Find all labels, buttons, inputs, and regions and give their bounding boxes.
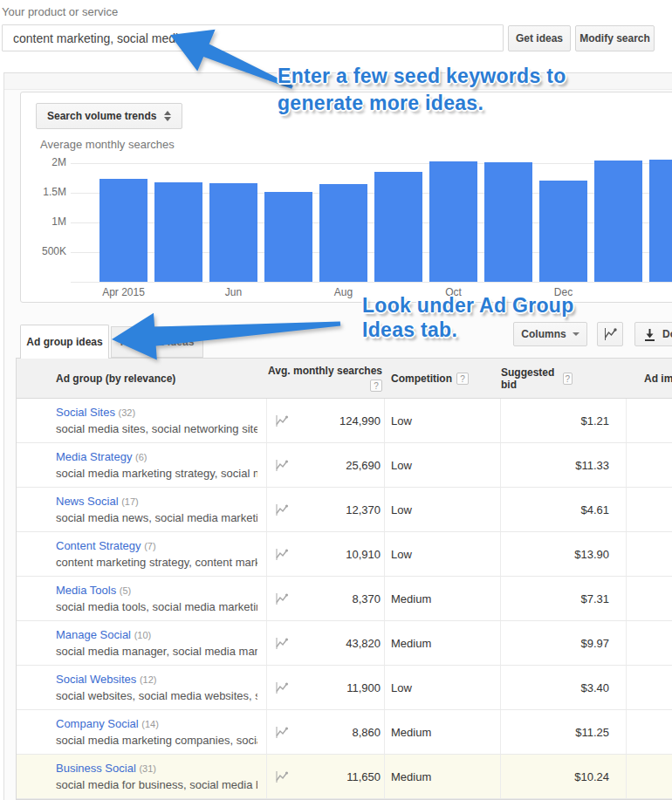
competition-value: Medium — [385, 621, 501, 665]
sparkline-icon[interactable] — [274, 769, 289, 784]
chart-bar — [539, 181, 587, 282]
ad-group-link[interactable]: Content Strategy — [56, 539, 141, 552]
searches-cell: 8,860 — [267, 710, 385, 754]
sort-arrows-icon — [164, 111, 171, 121]
chart-bar — [484, 162, 532, 282]
avg-monthly-searches-value: 11,900 — [289, 681, 384, 694]
help-icon[interactable] — [370, 379, 382, 392]
search-volume-trends-dropdown[interactable]: Search volume trends — [36, 103, 182, 129]
table-row[interactable]: Media Strategy (6) social media marketin… — [17, 443, 672, 488]
chart-gridline — [71, 163, 672, 164]
ad-impr-cell — [627, 710, 672, 754]
ad-group-link[interactable]: Social Websites — [56, 673, 136, 686]
ad-impr-cell — [627, 443, 672, 487]
sparkline-icon[interactable] — [274, 636, 289, 651]
ad-group-cell: Content Strategy (7) content marketing s… — [17, 532, 267, 576]
ad-group-link[interactable]: Social Sites — [56, 406, 115, 419]
avg-monthly-searches-value: 43,820 — [289, 637, 384, 650]
searches-cell: 43,820 — [267, 621, 385, 665]
download-button[interactable]: Download — [634, 322, 672, 346]
sparkline-icon[interactable] — [274, 547, 289, 562]
modify-search-button[interactable]: Modify search — [575, 25, 655, 51]
ad-group-keywords: social websites, social media websites, … — [56, 689, 257, 702]
tab-keyword-ideas[interactable]: Keyword ideas — [111, 326, 203, 358]
avg-monthly-searches-value: 8,370 — [289, 592, 384, 605]
sparkline-icon[interactable] — [274, 725, 289, 740]
ad-group-cell: Social Websites (12) social websites, so… — [17, 666, 267, 709]
ad-impr-cell — [627, 755, 672, 798]
annotation-line: Look under Ad Group — [362, 293, 574, 318]
chart-title: Average monthly searches — [40, 138, 175, 151]
chart-bar — [594, 161, 642, 282]
ad-group-cell: Social Sites (32) social media sites, so… — [17, 399, 267, 442]
get-ideas-button[interactable]: Get ideas — [508, 25, 571, 51]
table-row[interactable]: Manage Social (10) social media manager,… — [17, 621, 672, 666]
ad-group-keywords: social media manager, social media manag… — [56, 645, 257, 658]
header-competition[interactable]: Competition — [385, 359, 501, 398]
ad-group-link[interactable]: News Social — [56, 495, 119, 508]
table-row[interactable]: Social Websites (12) social websites, so… — [17, 666, 672, 710]
sparkline-icon[interactable] — [274, 680, 289, 695]
ad-group-link[interactable]: Media Tools — [56, 584, 116, 597]
ad-group-link[interactable]: Media Strategy — [56, 450, 132, 463]
header-competition-label: Competition — [391, 373, 452, 385]
ad-group-cell: News Social (17) social media news, soci… — [17, 488, 267, 531]
header-ad-impr[interactable]: Ad imp — [627, 359, 672, 398]
sparkline-icon[interactable] — [274, 503, 289, 517]
table-row[interactable]: Company Social (14) social media marketi… — [17, 710, 672, 755]
ad-group-keywords: content marketing strategy, content mark… — [56, 556, 257, 569]
tab-ad-group-ideas[interactable]: Ad group ideas — [20, 325, 109, 359]
ad-group-count: (17) — [121, 496, 139, 507]
header-ad-group[interactable]: Ad group (by relevance) — [17, 359, 267, 398]
header-suggested-bid[interactable]: Suggested bid — [501, 359, 627, 398]
searches-cell: 11,650 — [267, 755, 385, 798]
ad-impr-cell — [627, 488, 672, 531]
searches-cell: 25,690 — [267, 443, 385, 487]
searches-cell: 11,900 — [267, 666, 385, 709]
ad-group-count: (14) — [141, 719, 159, 729]
suggested-bid-value: $1.21 — [501, 399, 627, 442]
table-row[interactable]: Social Sites (32) social media sites, so… — [17, 399, 672, 443]
chart-bar — [649, 160, 672, 282]
help-icon[interactable] — [563, 373, 573, 385]
chart-bar — [319, 184, 367, 282]
ad-group-count: (31) — [139, 763, 156, 774]
keyword-planner-page: Your product or service Get ideas Modify… — [0, 0, 672, 800]
avg-monthly-searches-value: 25,690 — [289, 459, 384, 472]
download-icon — [644, 328, 655, 341]
chart-bar — [154, 182, 202, 282]
competition-value: Low — [385, 666, 501, 709]
chart-bar — [264, 192, 312, 282]
ad-group-cell: Company Social (14) social media marketi… — [17, 710, 267, 754]
table-row[interactable]: Media Tools (5) social media tools, soci… — [17, 577, 672, 621]
search-volume-panel: Search volume trends Average monthly sea… — [20, 92, 672, 303]
chart-bar — [429, 161, 477, 282]
sparkline-icon[interactable] — [274, 414, 289, 428]
help-icon[interactable] — [456, 373, 469, 385]
keywords-input[interactable] — [2, 24, 504, 51]
chart-view-button[interactable] — [597, 322, 623, 346]
ad-group-link[interactable]: Business Social — [56, 762, 136, 775]
sparkline-icon[interactable] — [274, 591, 289, 606]
table-row[interactable]: News Social (17) social media news, soci… — [17, 488, 672, 532]
table-row[interactable]: Business Social (31) social media for bu… — [17, 755, 672, 799]
product-service-label: Your product or service — [2, 5, 118, 18]
ad-group-link[interactable]: Company Social — [56, 717, 139, 730]
download-label: Download — [662, 328, 672, 340]
ad-group-keywords: social media sites, social networking si… — [56, 422, 257, 435]
suggested-bid-value: $11.25 — [501, 710, 627, 754]
table-row[interactable]: Content Strategy (7) content marketing s… — [17, 532, 672, 577]
searches-cell: 10,910 — [267, 532, 385, 576]
suggested-bid-value: $9.97 — [501, 621, 627, 665]
ad-impr-cell — [627, 532, 672, 576]
ad-group-link[interactable]: Manage Social — [56, 628, 131, 641]
sparkline-icon[interactable] — [274, 458, 289, 473]
suggested-bid-value: $10.24 — [501, 755, 627, 798]
header-avg-monthly-searches[interactable]: Avg. monthly searches — [267, 359, 385, 398]
ad-group-keywords: social media marketing companies, social… — [56, 734, 257, 747]
ad-group-cell: Manage Social (10) social media manager,… — [17, 621, 267, 665]
ad-group-count: (10) — [134, 630, 152, 640]
avg-monthly-searches-value: 8,860 — [289, 726, 384, 739]
searches-cell: 8,370 — [267, 577, 385, 620]
suggested-bid-value: $4.61 — [501, 488, 627, 531]
